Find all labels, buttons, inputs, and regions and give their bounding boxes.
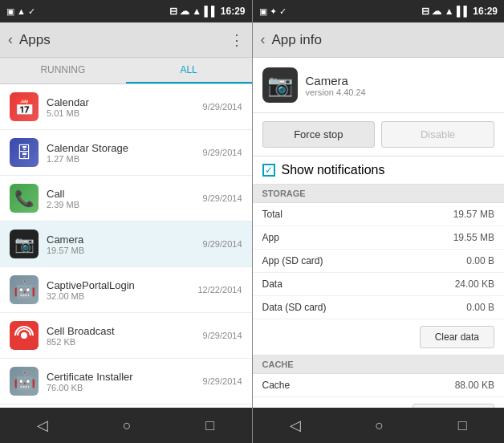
home-button[interactable]: ○: [123, 417, 132, 434]
list-item[interactable]: 🤖 CaptivePortalLogin 32.00 MB 12/22/2014: [0, 267, 252, 313]
app-detail-name: Camera: [306, 74, 366, 87]
app-icon-call: 📞: [10, 184, 39, 213]
disable-button[interactable]: Disable: [381, 121, 494, 148]
app-icon-camera: 📷: [10, 230, 39, 258]
action-buttons: Force stop Disable: [253, 113, 505, 156]
list-item[interactable]: 🗄 Calendar Storage 1.27 MB 9/29/2014: [0, 130, 252, 176]
notifications-row[interactable]: ✓ Show notifications: [253, 156, 505, 185]
app-date: 9/29/2014: [203, 376, 242, 386]
app-info-call: Call 2.39 MB: [47, 188, 195, 209]
app-date: 9/29/2014: [203, 148, 242, 157]
top-bar-left: ‹ Apps ⋮: [0, 22, 252, 58]
force-stop-button[interactable]: Force stop: [262, 121, 376, 148]
app-info-calendar-storage: Calendar Storage 1.27 MB: [47, 142, 195, 164]
app-detail-version: version 4.40.24: [306, 87, 366, 97]
app-name: Calendar: [47, 96, 195, 108]
app-tabs: RUNNING ALL: [0, 58, 252, 84]
app-icon-captive: 🤖: [10, 275, 39, 304]
list-item[interactable]: Cell Broadcast 852 KB 9/29/2014: [0, 313, 252, 359]
clear-cache-row: Clear cache: [253, 397, 505, 408]
app-size: 852 KB: [47, 337, 195, 347]
storage-data-sd-label: Data (SD card): [262, 302, 327, 313]
app-name: Cell Broadcast: [47, 325, 195, 337]
app-name: CaptivePortalLogin: [47, 279, 189, 291]
time-right: ⊟ ☁ ▲ ▌▌ 16:29: [421, 6, 498, 17]
app-size: 32.00 MB: [47, 291, 189, 301]
status-left-icons: ▣ ▲ ✓: [6, 6, 35, 17]
clear-data-button[interactable]: Clear data: [420, 326, 494, 348]
app-size: 1.27 MB: [47, 154, 195, 164]
bottom-nav-left: ◁ ○ □: [0, 408, 252, 443]
app-info-cert: Certificate Installer 76.00 KB: [47, 371, 195, 392]
storage-total-row: Total 19.57 MB: [253, 203, 505, 226]
storage-data-sd-row: Data (SD card) 0.00 B: [253, 296, 505, 319]
back-icon-left[interactable]: ‹: [8, 31, 13, 48]
time-left: ⊟ ☁ ▲ ▌▌ 16:29: [169, 6, 246, 17]
back-button-right[interactable]: ◁: [290, 417, 301, 434]
back-icon-right[interactable]: ‹: [261, 31, 266, 48]
top-bar-right: ‹ App info: [253, 22, 505, 58]
app-name: Certificate Installer: [47, 371, 195, 383]
storage-data-value: 24.00 KB: [455, 278, 494, 290]
clear-data-row: Clear data: [253, 319, 505, 356]
app-detail-info: Camera version 4.40.24: [306, 74, 366, 97]
notifications-label: Show notifications: [282, 163, 385, 177]
app-size: 5.01 MB: [47, 108, 195, 118]
apps-title: Apps: [19, 32, 223, 48]
app-size: 2.39 MB: [47, 200, 195, 209]
cache-value: 88.00 KB: [455, 380, 494, 391]
svg-point-0: [21, 332, 27, 339]
app-icon-cert: 🤖: [10, 367, 39, 396]
app-icon-calendar: 📅: [10, 92, 39, 121]
storage-app-label: App: [262, 232, 279, 243]
status-right-icons: ▣ ✦ ✓: [259, 6, 287, 17]
app-date: 9/29/2014: [203, 239, 242, 249]
tab-all[interactable]: ALL: [126, 58, 252, 83]
app-list: 📅 Calendar 5.01 MB 9/29/2014 🗄 Calendar …: [0, 84, 252, 408]
storage-app-sd-row: App (SD card) 0.00 B: [253, 250, 505, 273]
recents-button[interactable]: □: [205, 417, 214, 434]
cache-row: Cache 88.00 KB: [253, 374, 505, 397]
list-item[interactable]: 📅 Calendar 5.01 MB 9/29/2014: [0, 84, 252, 130]
storage-app-row: App 19.55 MB: [253, 226, 505, 250]
status-bar-left: ▣ ▲ ✓ ⊟ ☁ ▲ ▌▌ 16:29: [0, 0, 252, 22]
storage-total-label: Total: [262, 209, 282, 220]
app-info-calendar: Calendar 5.01 MB: [47, 96, 195, 118]
storage-app-sd-label: App (SD card): [262, 255, 323, 266]
app-detail-icon: 📷: [262, 67, 298, 103]
app-icon-broadcast: [10, 321, 39, 350]
apps-panel: ▣ ▲ ✓ ⊟ ☁ ▲ ▌▌ 16:29 ‹ Apps ⋮ RUNNING AL…: [0, 0, 253, 443]
app-size: 76.00 KB: [47, 383, 195, 392]
app-info-panel: ▣ ✦ ✓ ⊟ ☁ ▲ ▌▌ 16:29 ‹ App info 📷 Camera…: [253, 0, 505, 443]
status-bar-right: ▣ ✦ ✓ ⊟ ☁ ▲ ▌▌ 16:29: [253, 0, 505, 22]
storage-data-sd-value: 0.00 B: [466, 302, 494, 313]
app-info-scroll: 📷 Camera version 4.40.24 Force stop Disa…: [253, 58, 505, 408]
list-item[interactable]: 📷 Camera 19.57 MB 9/29/2014: [0, 222, 252, 267]
menu-icon[interactable]: ⋮: [230, 31, 244, 49]
app-info-captive: CaptivePortalLogin 32.00 MB: [47, 279, 189, 301]
app-date: 12/22/2014: [197, 285, 242, 295]
cache-section-header: CACHE: [253, 356, 505, 374]
storage-app-sd-value: 0.00 B: [466, 255, 494, 266]
app-date: 9/29/2014: [203, 331, 242, 340]
back-button[interactable]: ◁: [37, 417, 48, 434]
app-name: Calendar Storage: [47, 142, 195, 154]
bottom-nav-right: ◁ ○ □: [253, 408, 505, 443]
storage-total-value: 19.57 MB: [453, 209, 494, 220]
home-button-right[interactable]: ○: [375, 417, 384, 434]
storage-section-header: STORAGE: [253, 185, 505, 203]
notifications-checkbox[interactable]: ✓: [262, 164, 275, 177]
app-detail-header: 📷 Camera version 4.40.24: [253, 58, 505, 113]
storage-app-value: 19.55 MB: [453, 232, 494, 243]
app-info-title: App info: [272, 32, 497, 48]
list-item[interactable]: 🤖 Certificate Installer 76.00 KB 9/29/20…: [0, 359, 252, 404]
app-date: 9/29/2014: [203, 193, 242, 203]
tab-running[interactable]: RUNNING: [0, 58, 126, 83]
app-info-broadcast: Cell Broadcast 852 KB: [47, 325, 195, 347]
app-name: Call: [47, 188, 195, 200]
list-item[interactable]: 📞 Call 2.39 MB 9/29/2014: [0, 176, 252, 222]
app-date: 9/29/2014: [203, 102, 242, 112]
cache-label: Cache: [262, 380, 291, 391]
app-size: 19.57 MB: [47, 246, 195, 255]
recents-button-right[interactable]: □: [458, 417, 467, 434]
